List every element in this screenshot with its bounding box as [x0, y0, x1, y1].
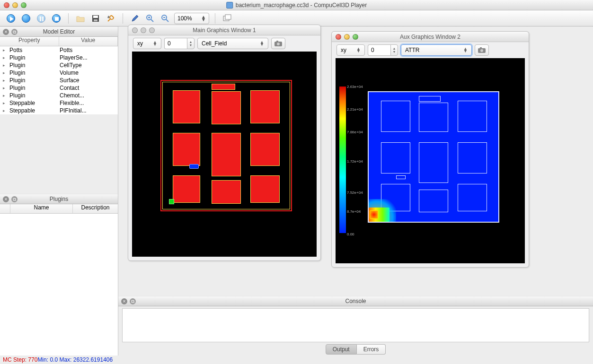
pause-button[interactable] [35, 12, 47, 25]
col-property[interactable]: Property [0, 37, 59, 46]
model-editor-row[interactable]: ▸PluginCellType [0, 61, 118, 69]
pencil-icon [131, 14, 139, 23]
colorbar-label: 8.7e+04 [347, 209, 361, 214]
svg-rect-5 [93, 16, 98, 18]
model-editor-row[interactable]: ▸PluginSurface [0, 77, 118, 84]
record-button[interactable] [20, 12, 32, 25]
zoom-in-button[interactable] [144, 12, 156, 25]
model-editor-row[interactable]: ▸PluginContact [0, 84, 118, 92]
field-select[interactable]: ATTR▲▼ [401, 44, 472, 56]
open-folder-icon [76, 14, 85, 23]
panel-close-icon[interactable]: × [3, 29, 9, 35]
panel-undock-icon[interactable]: ⧉ [11, 29, 18, 35]
toolbar: 100%▲▼ [0, 10, 593, 26]
minimize-icon[interactable] [12, 2, 18, 8]
aux-graphics-window[interactable]: Aux Graphics Window 2 xy▲▼ 0▲▼ ATTR▲▼ 2.… [331, 31, 529, 268]
svg-point-17 [277, 43, 280, 45]
windows-icon [222, 14, 232, 23]
tools-button[interactable] [105, 12, 117, 25]
slice-spinbox[interactable]: 0▲▼ [368, 44, 398, 56]
camera-button[interactable] [271, 38, 285, 49]
mdi-workarea: Main Graphics Window 1 xy▲▼ 0▲▼ Cell_Fie… [118, 26, 593, 296]
play-button[interactable] [5, 12, 17, 25]
tab-output[interactable]: Output [326, 344, 357, 355]
model-editor-row[interactable]: ▸PluginVolume [0, 69, 118, 77]
colorbar-label: 7.52e+04 [347, 191, 363, 195]
colorbar-label: 2.63e+04 [347, 85, 363, 89]
model-editor-header: × ⧉ Model Editor [0, 26, 118, 37]
close-icon[interactable] [4, 2, 9, 8]
minimize-icon[interactable] [344, 34, 350, 40]
svg-rect-15 [225, 15, 231, 19]
colorbar [339, 87, 346, 233]
plugins-columns: Name Description [0, 204, 118, 214]
plane-select[interactable]: xy▲▼ [133, 38, 161, 49]
close-icon[interactable] [132, 27, 138, 33]
plane-select[interactable]: xy▲▼ [336, 44, 365, 56]
new-window-button[interactable] [221, 12, 233, 25]
status-minmax: Min: 0.0 Max: 26322.6191406 [37, 356, 113, 363]
colorbar-label: 1.72e+04 [347, 159, 363, 164]
slice-value: 0 [371, 47, 374, 53]
camera-button[interactable] [475, 44, 489, 56]
panel-undock-icon[interactable]: ⧉ [130, 298, 136, 304]
model-editor-row[interactable]: ▸SteppablePIFInitial... [0, 107, 118, 114]
main-graphics-window[interactable]: Main Graphics Window 1 xy▲▼ 0▲▼ Cell_Fie… [128, 25, 321, 261]
zoom-out-button[interactable] [159, 12, 171, 25]
zoom-icon[interactable] [353, 34, 358, 40]
svg-rect-6 [94, 19, 97, 21]
console-body[interactable] [122, 308, 589, 342]
colorbar-label: 2.21e+04 [347, 107, 363, 112]
camera-icon [478, 47, 486, 53]
zoom-icon[interactable] [149, 27, 155, 33]
subwindow-title: Aux Graphics Window 2 [400, 34, 460, 40]
field-value: Cell_Field [202, 40, 227, 47]
zoom-value: 100% [177, 15, 192, 22]
bacterium-cell [169, 199, 174, 204]
panel-undock-icon[interactable]: ⧉ [11, 196, 18, 202]
zoom-in-icon [146, 14, 154, 23]
camera-icon [274, 40, 283, 47]
subwindow-title: Main Graphics Window 1 [193, 27, 256, 34]
panel-title: Plugins [0, 196, 118, 202]
save-button[interactable] [89, 12, 102, 25]
panel-close-icon[interactable]: × [3, 196, 9, 202]
main-canvas[interactable] [132, 52, 317, 257]
console-tabbar: Output Errors [118, 342, 593, 355]
zoom-out-icon [161, 14, 169, 23]
model-editor-row[interactable]: ▸PluginChemot... [0, 92, 118, 99]
svg-rect-2 [42, 17, 44, 21]
field-select[interactable]: Cell_Field▲▼ [197, 38, 268, 49]
plugins-body[interactable] [0, 214, 118, 355]
svg-rect-3 [55, 17, 59, 21]
document-icon [226, 2, 233, 9]
col-value[interactable]: Value [59, 37, 118, 46]
model-editor-row[interactable]: ▸PottsPotts [0, 46, 118, 54]
slice-spinbox[interactable]: 0▲▼ [164, 38, 195, 49]
model-editor-row[interactable]: ▸SteppableFlexible... [0, 99, 118, 107]
close-icon[interactable] [336, 34, 341, 40]
svg-rect-1 [40, 17, 41, 21]
model-editor-body[interactable]: ▸PottsPotts▸PluginPlayerSe...▸PluginCell… [0, 46, 118, 114]
macrophage-cell [189, 164, 199, 169]
panel-close-icon[interactable]: × [121, 298, 127, 304]
col-desc[interactable]: Description [73, 204, 118, 213]
svg-line-8 [151, 19, 153, 22]
tab-errors[interactable]: Errors [357, 344, 386, 355]
aux-canvas[interactable]: 2.63e+04 2.21e+04 7.86e+04 1.72e+04 7.52… [336, 58, 525, 263]
model-editor-row[interactable]: ▸PluginPlayerSe... [0, 54, 118, 61]
open-folder-button[interactable] [74, 12, 87, 25]
status-mc-step: MC Step: 770 [3, 356, 37, 363]
stop-button[interactable] [50, 12, 62, 25]
minimize-icon[interactable] [141, 27, 146, 33]
pencil-button[interactable] [129, 12, 141, 25]
field-value: ATTR [405, 47, 419, 53]
zoom-icon[interactable] [21, 2, 27, 8]
slice-value: 0 [168, 40, 171, 47]
status-bar: MC Step: 770 Min: 0.0 Max: 26322.6191406 [0, 355, 593, 364]
col-name[interactable]: Name [10, 204, 73, 213]
os-titlebar: bacterium_macrophage.cc3d - CompuCell3D … [0, 0, 593, 10]
svg-line-12 [166, 19, 168, 22]
zoom-select[interactable]: 100%▲▼ [174, 13, 209, 24]
wrench-icon [106, 14, 115, 23]
